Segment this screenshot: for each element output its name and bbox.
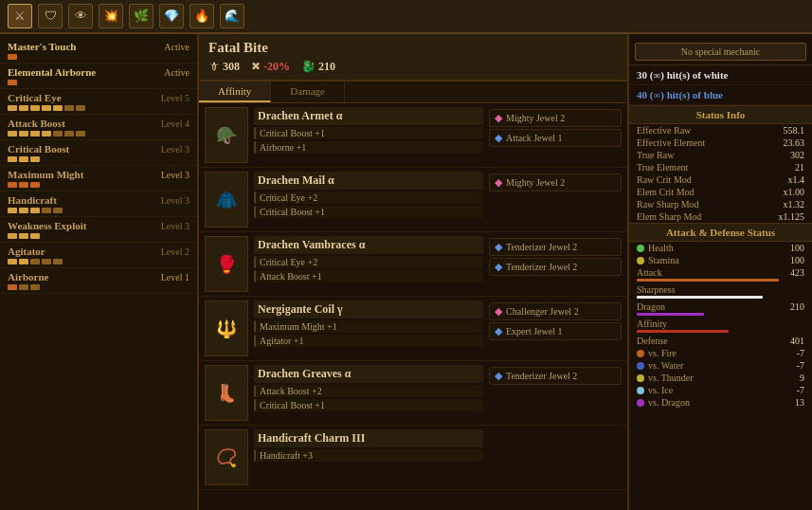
thunder-dot — [637, 374, 644, 382]
skill-pip — [8, 182, 17, 188]
stat-value: x1.4 — [788, 174, 805, 185]
equipment-panel: Fatal Bite 🗡 308 ✖ -20% 🐉 210 Affinity D… — [199, 34, 627, 510]
weapon-dragon-stat: 🐉 210 — [301, 60, 335, 74]
stat-vs-fire: vs. Fire -7 — [629, 347, 812, 359]
jewel-slot[interactable]: ◆ Tenderizer Jewel 2 — [489, 238, 622, 256]
top-icon-2[interactable]: 🛡 — [38, 4, 63, 28]
skill-pip — [42, 105, 51, 111]
equip-charm-jewels — [489, 429, 622, 485]
equip-head-name[interactable]: Drachen Armet α — [254, 107, 483, 125]
skill-pip — [53, 131, 63, 137]
skill-level: Level 5 — [161, 93, 189, 103]
jewel-slot[interactable]: ◆ Attack Jewel 1 — [489, 129, 622, 147]
top-icon-8[interactable]: 🌊 — [220, 4, 244, 28]
stat-value: x1.125 — [779, 211, 805, 222]
equip-waist: 🔱 Nergigante Coil γ Maximum Might +1 Agi… — [199, 297, 627, 361]
equip-chest-name[interactable]: Drachen Mail α — [254, 172, 483, 190]
top-icon-1[interactable]: ⚔ — [8, 4, 32, 28]
equip-arms-jewels: ◆ Tenderizer Jewel 2 ◆ Tenderizer Jewel … — [489, 236, 622, 292]
skill-pip — [19, 233, 28, 239]
skill-pip — [8, 54, 17, 60]
vs-fire-value: -7 — [797, 348, 804, 358]
dragon-value: 210 — [318, 60, 335, 74]
weapon-name: Fatal Bite — [208, 40, 618, 56]
tab-damage[interactable]: Damage — [271, 82, 345, 102]
hit-white-value: 30 (∞) hit(s) of white — [637, 69, 728, 81]
stat-vs-thunder: vs. Thunder 9 — [629, 372, 812, 384]
equip-legs-name[interactable]: Drachen Greaves α — [254, 365, 483, 383]
jewel-slot[interactable]: ◆ Challenger Jewel 2 — [489, 302, 622, 320]
jewel-slot[interactable]: ◆ Mighty Jewel 2 — [489, 173, 622, 191]
equip-chest-details: Drachen Mail α Critical Eye +2 Critical … — [254, 172, 483, 228]
jewel-name: Expert Jewel 1 — [506, 326, 562, 337]
stat-vs-dragon: vs. Dragon 13 — [629, 396, 812, 409]
stat-stamina: Stamina 100 — [629, 254, 812, 266]
skill-pip — [19, 131, 28, 137]
skill-pip — [64, 131, 74, 137]
dragon-label: Dragon — [637, 301, 665, 312]
equip-arms-name[interactable]: Drachen Vambraces α — [254, 236, 483, 254]
skill-status: Active — [164, 42, 189, 52]
skill-maximum-might: Maximum Might Level 3 — [0, 166, 197, 191]
stat-value: 21 — [795, 162, 804, 173]
skill-bar — [8, 182, 189, 188]
skill-pip — [30, 284, 40, 290]
equip-charm-name[interactable]: Handicraft Charm III — [254, 429, 483, 447]
weapon-header: Fatal Bite 🗡 308 ✖ -20% 🐉 210 — [199, 34, 627, 82]
health-dot — [637, 245, 644, 252]
sharpness-label: Sharpness — [637, 284, 676, 295]
stat-true-raw: True Raw 302 — [629, 149, 812, 161]
stat-label: True Element — [637, 162, 688, 173]
equip-waist-details: Nergigante Coil γ Maximum Might +1 Agita… — [254, 301, 483, 356]
stat-effective-raw: Effective Raw 558.1 — [629, 124, 812, 137]
special-mechanic-button[interactable]: No special mechanic — [635, 43, 806, 61]
skill-name: Airborne — [8, 271, 48, 282]
skill-pip — [30, 131, 40, 137]
top-icon-6[interactable]: 💎 — [159, 4, 184, 28]
skill-pip — [19, 105, 28, 111]
jewel-icon: ◆ — [495, 261, 502, 273]
skill-pip — [42, 131, 51, 137]
top-icon-3[interactable]: 👁 — [68, 4, 93, 28]
equip-head-icon: 🪖 — [205, 107, 248, 163]
skill-pip — [8, 131, 17, 137]
skill-level: Level 3 — [161, 221, 189, 231]
stat-defense: Defense 401 — [629, 335, 812, 347]
equip-chest-jewels: ◆ Mighty Jewel 2 — [489, 172, 622, 228]
weapon-attack-stat: 🗡 308 — [208, 60, 240, 74]
jewel-name: Tenderizer Jewel 2 — [506, 371, 577, 381]
skill-pip — [8, 284, 17, 290]
skill-pip — [53, 259, 63, 264]
equip-head-jewels: ◆ Mighty Jewel 2 ◆ Attack Jewel 1 — [489, 107, 622, 163]
top-icon-7[interactable]: 🔥 — [189, 4, 214, 28]
skill-critical-eye: Critical Eye Level 5 — [0, 89, 197, 115]
jewel-name: Mighty Jewel 2 — [506, 177, 565, 188]
equip-waist-name[interactable]: Nergigante Coil γ — [254, 301, 483, 319]
jewel-slot[interactable]: ◆ Expert Jewel 1 — [489, 322, 622, 340]
stat-label: Raw Sharp Mod — [637, 199, 699, 209]
jewel-icon: ◆ — [495, 305, 502, 318]
equip-waist-skill2: Agitator +1 — [254, 335, 483, 347]
tab-affinity[interactable]: Affinity — [199, 82, 271, 102]
status-info-title: Status Info — [629, 105, 812, 124]
stats-panel: No special mechanic 30 (∞) hit(s) of whi… — [627, 34, 812, 510]
dragon-value: 210 — [790, 301, 804, 312]
skill-bar — [8, 156, 189, 162]
skill-level: Level 3 — [161, 195, 189, 206]
skill-pip — [19, 284, 28, 290]
skill-weakness-exploit: Weakness Exploit Level 3 — [0, 217, 197, 243]
jewel-icon: ◆ — [495, 325, 502, 337]
affinity-label: Affinity — [637, 319, 667, 329]
top-icon-5[interactable]: 🌿 — [129, 4, 153, 28]
jewel-slot[interactable]: ◆ Tenderizer Jewel 2 — [489, 258, 622, 276]
equip-chest: 🧥 Drachen Mail α Critical Eye +2 Critica… — [199, 168, 627, 232]
vs-ice-value: -7 — [797, 385, 804, 395]
skill-pip — [8, 259, 17, 264]
stat-affinity: Affinity — [629, 318, 812, 330]
top-icon-4[interactable]: 💥 — [99, 4, 123, 28]
jewel-slot[interactable]: ◆ Mighty Jewel 2 — [489, 109, 622, 127]
vs-water-value: -7 — [797, 360, 804, 371]
jewel-slot[interactable]: ◆ Tenderizer Jewel 2 — [489, 367, 622, 385]
skill-pip — [76, 131, 85, 137]
jewel-name: Attack Jewel 1 — [506, 133, 562, 143]
